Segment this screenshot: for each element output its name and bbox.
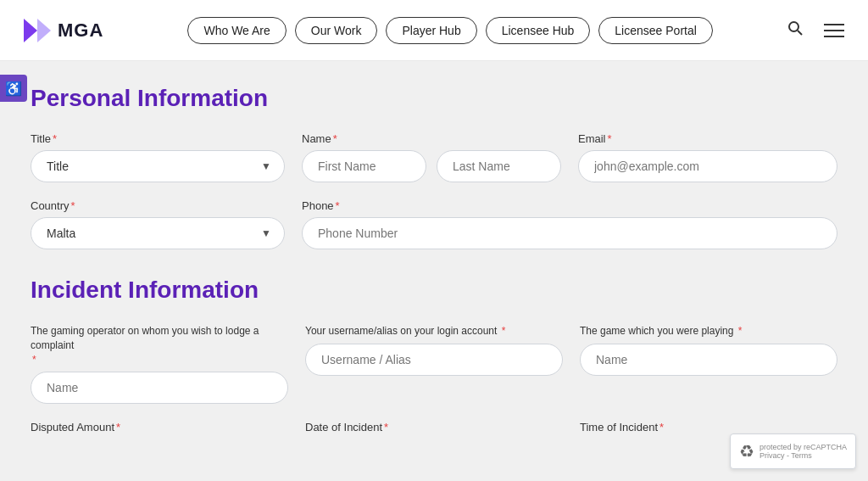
nav-player-hub[interactable]: Player Hub	[386, 17, 476, 44]
accessibility-button[interactable]: ♿	[0, 75, 27, 102]
incident-row-1: The gaming operator on whom you wish to …	[31, 324, 837, 404]
logo: MGA	[20, 15, 103, 46]
mga-logo-icon	[20, 15, 51, 46]
recaptcha-badge: ♻ protected by reCAPTCHA Privacy - Terms	[730, 433, 856, 467]
email-label: Email*	[578, 132, 837, 145]
name-group: Name*	[302, 132, 561, 182]
title-select-wrapper: Title Mr Mrs Ms Dr Prof ▼	[31, 150, 285, 182]
email-input[interactable]	[578, 150, 837, 182]
svg-marker-0	[24, 19, 37, 42]
menu-line-2	[824, 30, 844, 31]
menu-button[interactable]	[821, 20, 848, 41]
header: MGA Who We Are Our Work Player Hub Licen…	[0, 0, 868, 61]
last-name-input[interactable]	[437, 150, 561, 182]
recaptcha-logo-icon: ♻	[739, 441, 754, 461]
menu-line-1	[824, 24, 844, 25]
title-select[interactable]: Title Mr Mrs Ms Dr Prof	[31, 150, 285, 182]
disputed-group: Disputed Amount*	[31, 421, 288, 433]
title-group: Title* Title Mr Mrs Ms Dr Prof ▼	[31, 132, 285, 182]
personal-section-title: Personal Information	[31, 85, 837, 112]
date-label: Date of Incident*	[305, 421, 563, 433]
time-group: Time of Incident*	[580, 421, 837, 433]
nav-who-we-are[interactable]: Who We Are	[187, 17, 286, 44]
main-nav: Who We Are Our Work Player Hub Licensee …	[131, 17, 770, 44]
date-group: Date of Incident*	[305, 421, 563, 433]
disputed-label: Disputed Amount*	[31, 421, 288, 433]
menu-line-3	[824, 36, 844, 37]
game-label: The game which you were playing *	[580, 324, 837, 338]
logo-text: MGA	[58, 20, 103, 42]
operator-input[interactable]	[31, 372, 288, 404]
email-group: Email*	[578, 132, 837, 182]
search-button[interactable]	[783, 16, 807, 44]
country-select[interactable]: Malta United Kingdom Germany France Ital…	[31, 217, 285, 249]
username-label: Your username/alias on your login accoun…	[305, 324, 563, 338]
svg-line-3	[798, 31, 802, 35]
phone-group: Phone*	[302, 199, 837, 249]
recaptcha-text: protected by reCAPTCHA Privacy - Terms	[760, 443, 847, 460]
svg-point-2	[789, 22, 798, 31]
country-select-wrapper: Malta United Kingdom Germany France Ital…	[31, 217, 285, 249]
incident-information-section: Incident Information The gaming operator…	[31, 277, 837, 433]
nav-licensee-hub[interactable]: Licensee Hub	[486, 17, 591, 44]
nav-our-work[interactable]: Our Work	[295, 17, 378, 44]
personal-information-section: Personal Information Title* Title Mr Mrs…	[31, 85, 837, 249]
personal-row-1: Title* Title Mr Mrs Ms Dr Prof ▼	[31, 132, 837, 182]
first-name-input[interactable]	[302, 150, 426, 182]
phone-input[interactable]	[302, 217, 837, 249]
name-inputs	[302, 150, 561, 182]
main-content: Personal Information Title* Title Mr Mrs…	[0, 61, 868, 467]
username-input[interactable]	[305, 344, 563, 376]
country-group: Country* Malta United Kingdom Germany Fr…	[31, 199, 285, 249]
name-label: Name*	[302, 132, 561, 145]
country-label: Country*	[31, 199, 285, 212]
personal-row-2: Country* Malta United Kingdom Germany Fr…	[31, 199, 837, 249]
title-label: Title*	[31, 132, 285, 145]
operator-label: The gaming operator on whom you wish to …	[31, 324, 288, 366]
header-actions	[783, 16, 848, 44]
search-icon	[787, 20, 804, 36]
phone-label: Phone*	[302, 199, 837, 212]
username-group: Your username/alias on your login accoun…	[305, 324, 563, 404]
nav-licensee-portal[interactable]: Licensee Portal	[598, 17, 713, 44]
operator-group: The gaming operator on whom you wish to …	[31, 324, 288, 404]
game-input[interactable]	[580, 344, 837, 376]
time-label: Time of Incident*	[580, 421, 837, 433]
game-group: The game which you were playing *	[580, 324, 837, 404]
svg-marker-1	[37, 19, 51, 42]
incident-row-2-labels: Disputed Amount* Date of Incident* Time …	[31, 421, 837, 433]
incident-section-title: Incident Information	[31, 277, 837, 304]
